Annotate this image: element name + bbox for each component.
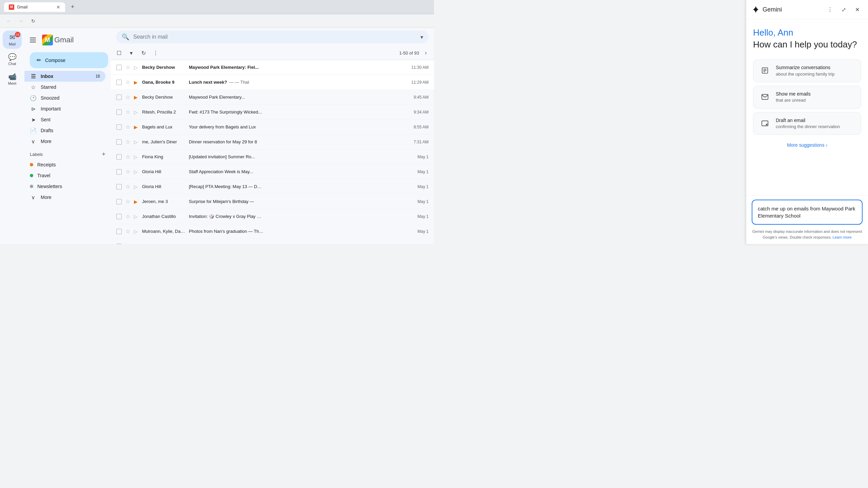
email-row[interactable]: ☆ ▷ Fiona King [Updated invitation] Summ… xyxy=(111,149,434,164)
starred-label: Starred xyxy=(41,84,100,90)
email-subject: Dinner reservation for May 29 for 8 xyxy=(189,139,257,144)
email-subject: Fwd: #173 The Surprisingly Wicked... xyxy=(189,109,262,115)
sidebar-item-drafts[interactable]: 📄 Drafts xyxy=(24,125,105,136)
email-sender: Alison Durham xyxy=(142,244,186,244)
email-subject: [Recap] PTA Meeting: May 13 — Dear... xyxy=(189,184,263,189)
left-icon-mail[interactable]: 16 ✉ Mail xyxy=(3,30,22,49)
email-subject: Maywood Park Elementary: Fiel... xyxy=(189,65,259,70)
email-row[interactable]: ☆ ▷ Gloria Hill [Recap] PTA Meeting: May… xyxy=(111,179,434,194)
email-content: Photos from Nan's graduation — Thes... xyxy=(189,229,409,234)
email-row[interactable]: ☆ ▷ Mulroann, Kylie, David Photos from N… xyxy=(111,224,434,239)
labels-more-button[interactable]: ∨ More xyxy=(24,192,105,203)
email-star[interactable]: ☆ xyxy=(124,94,131,100)
email-row[interactable]: ☆ ▷ Gloria Hill Staff Appreciation Week … xyxy=(111,164,434,179)
left-icon-chat[interactable]: 💬 Chat xyxy=(3,50,22,68)
email-time: May 1 xyxy=(412,199,429,204)
email-star[interactable]: ☆ xyxy=(124,124,131,130)
tab-close-button[interactable]: ✕ xyxy=(56,4,60,10)
sidebar-item-sent[interactable]: ➤ Sent xyxy=(24,114,105,125)
email-star[interactable]: ☆ xyxy=(124,109,131,115)
mail-label: Mail xyxy=(9,42,16,46)
sidebar-item-more[interactable]: ∨ More xyxy=(24,136,105,147)
email-important-marker: ▷ xyxy=(134,169,139,175)
email-row[interactable]: ☆ ▷ Jonathan Castillo Invitation: 🎲 Crow… xyxy=(111,209,434,224)
label-travel[interactable]: Travel xyxy=(24,170,105,181)
search-input-wrap[interactable]: 🔍 ▾ xyxy=(116,30,429,43)
email-row[interactable]: ☆ ▷ Becky Dershow Maywood Park Elementar… xyxy=(111,60,434,75)
gmail-logo-m-icon: M xyxy=(42,35,53,45)
gmail-sidebar: M Gmail ✏ Compose ☰ Inbox 16 ☆ Starred 🕐… xyxy=(24,28,111,244)
email-star[interactable]: ☆ xyxy=(124,64,131,70)
compose-button[interactable]: ✏ Compose xyxy=(30,52,108,68)
email-star[interactable]: ☆ xyxy=(124,228,131,235)
next-page-button[interactable]: › xyxy=(420,47,431,58)
label-newsletters[interactable]: Newsletters xyxy=(24,181,105,192)
email-checkbox[interactable] xyxy=(116,65,122,70)
email-row[interactable]: ☆ ▶ Jeroen, me 3 Surprise for Milejam's … xyxy=(111,194,434,209)
email-star[interactable]: ☆ xyxy=(124,139,131,145)
sidebar-item-inbox[interactable]: ☰ Inbox 16 xyxy=(24,71,105,82)
refresh-button[interactable]: ↻ xyxy=(28,16,38,26)
gmail-app: 16 ✉ Mail 💬 Chat 📹 Meet M Gmail ✏ xyxy=(0,28,434,244)
gmail-favicon: M xyxy=(9,4,14,10)
sidebar-item-starred[interactable]: ☆ Starred xyxy=(24,82,105,93)
browser-tab[interactable]: M Gmail ✕ xyxy=(4,2,65,12)
email-star[interactable]: ☆ xyxy=(124,168,131,175)
email-row[interactable]: ☆ ▷ Ritesh, Priscilla 2 Fwd: #173 The Su… xyxy=(111,105,434,120)
email-checkbox[interactable] xyxy=(116,229,122,234)
email-checkbox[interactable] xyxy=(116,199,122,204)
email-checkbox[interactable] xyxy=(116,139,122,145)
email-sender: Gloria Hill xyxy=(142,184,186,189)
snoozed-label: Snoozed xyxy=(41,95,100,101)
add-label-button[interactable]: + xyxy=(102,151,105,158)
important-label: Important xyxy=(41,106,100,111)
email-checkbox[interactable] xyxy=(116,80,122,85)
email-subject: Staff Appreciation Week is May... xyxy=(189,169,253,174)
email-subject: Your delivery from Bagels and Lux xyxy=(189,124,256,129)
new-tab-button[interactable]: + xyxy=(68,2,77,12)
mail-icon: ✉ xyxy=(9,33,15,41)
email-row[interactable]: ☆ ▶ Alison Durham Special delivery: This… xyxy=(111,239,434,244)
email-star[interactable]: ☆ xyxy=(124,243,131,244)
drafts-icon: 📄 xyxy=(30,127,37,134)
email-row[interactable]: ☆ ▶ Oana, Brooke 9 Lunch next week? — — … xyxy=(111,75,434,90)
email-star[interactable]: ☆ xyxy=(124,213,131,220)
email-checkbox[interactable] xyxy=(116,109,122,115)
email-checkbox[interactable] xyxy=(116,95,122,100)
tab-label: Gmail xyxy=(17,5,27,9)
label-receipts[interactable]: Receipts xyxy=(24,159,105,170)
email-row[interactable]: ☆ ▷ me, Julien's Diner Dinner reservatio… xyxy=(111,135,434,149)
email-checkbox[interactable] xyxy=(116,169,122,175)
select-dropdown-button[interactable]: ▾ xyxy=(126,47,137,58)
newsletters-color-dot xyxy=(30,185,33,188)
back-button[interactable]: ← xyxy=(4,16,14,26)
email-star[interactable]: ☆ xyxy=(124,154,131,160)
important-icon: ⊳ xyxy=(30,106,37,112)
email-checkbox[interactable] xyxy=(116,154,122,160)
select-all-button[interactable]: ☐ xyxy=(114,47,124,58)
email-row[interactable]: ☆ ▶ Becky Dershow Maywood Park Elementar… xyxy=(111,90,434,105)
email-sender: Jeroen, me 3 xyxy=(142,199,186,204)
refresh-emails-button[interactable]: ↻ xyxy=(138,47,149,58)
email-snippet: — — That xyxy=(229,80,249,85)
email-checkbox[interactable] xyxy=(116,184,122,189)
left-icon-meet[interactable]: 📹 Meet xyxy=(3,70,22,88)
inbox-count: 16 xyxy=(96,74,100,79)
search-dropdown-icon[interactable]: ▾ xyxy=(420,34,423,40)
forward-button[interactable]: → xyxy=(16,16,26,26)
sidebar-item-snoozed[interactable]: 🕐 Snoozed xyxy=(24,93,105,103)
more-options-button[interactable]: ⋮ xyxy=(150,47,161,58)
email-row[interactable]: ☆ ▶ Bagels and Lux Your delivery from Ba… xyxy=(111,120,434,135)
email-subject: Lunch next week? xyxy=(189,80,227,85)
email-star[interactable]: ☆ xyxy=(124,79,131,85)
search-input[interactable] xyxy=(133,34,416,40)
email-important-marker: ▶ xyxy=(134,80,139,85)
email-star[interactable]: ☆ xyxy=(124,198,131,205)
email-star[interactable]: ☆ xyxy=(124,183,131,190)
hamburger-menu[interactable] xyxy=(30,36,38,44)
left-icon-rail: 16 ✉ Mail 💬 Chat 📹 Meet xyxy=(0,28,24,244)
email-checkbox[interactable] xyxy=(116,124,122,130)
sidebar-item-important[interactable]: ⊳ Important xyxy=(24,103,105,114)
email-checkbox[interactable] xyxy=(116,244,122,244)
email-checkbox[interactable] xyxy=(116,214,122,219)
